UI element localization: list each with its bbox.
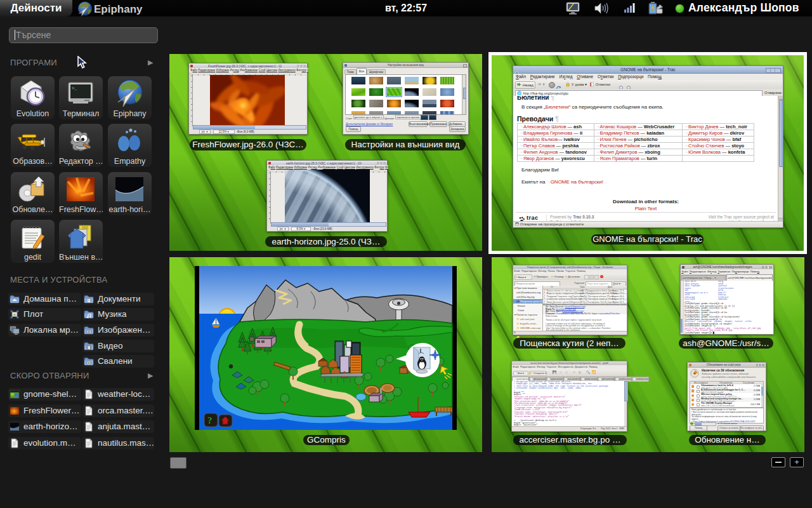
- svg-text:>_: >_: [72, 86, 77, 91]
- svg-text:?: ?: [207, 415, 213, 425]
